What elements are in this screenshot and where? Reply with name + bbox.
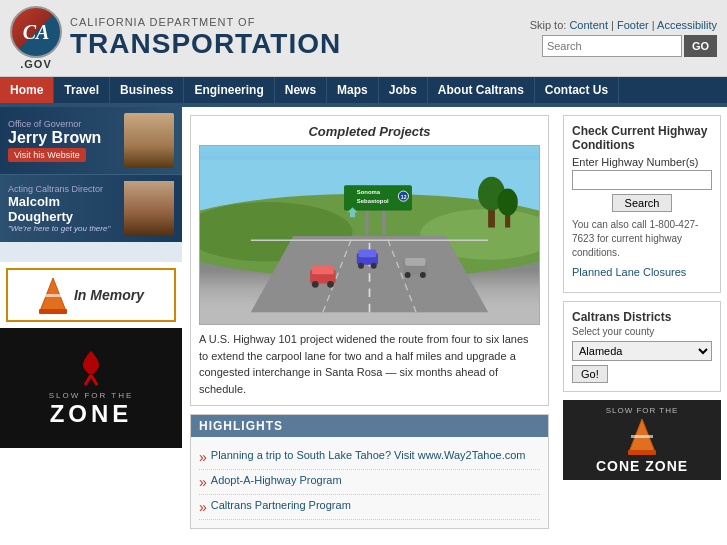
highway-search-button[interactable]: Search	[612, 194, 673, 212]
nav-home[interactable]: Home	[0, 77, 54, 103]
svg-rect-41	[628, 450, 656, 455]
svg-rect-27	[312, 266, 334, 274]
svg-point-29	[327, 281, 334, 288]
svg-rect-1	[42, 294, 64, 297]
governor-visit-button[interactable]: Visit his Website	[8, 148, 86, 162]
svg-rect-40	[631, 435, 653, 438]
highlight-link-3[interactable]: Caltrans Partnering Program	[211, 499, 351, 511]
nav-engineering[interactable]: Engineering	[184, 77, 274, 103]
nav-jobs[interactable]: Jobs	[379, 77, 428, 103]
highlight-item-2: » Adopt-A-Highway Program	[199, 470, 540, 495]
highlight-arrow-2: »	[199, 474, 207, 490]
highlight-item-1: » Planning a trip to South Lake Tahoe? V…	[199, 445, 540, 470]
dot-gov-label: .GOV	[20, 58, 52, 70]
svg-rect-35	[405, 258, 425, 266]
memory-text: In Memory	[74, 287, 144, 303]
governor-photo-inner	[124, 113, 174, 168]
svg-point-36	[405, 272, 411, 278]
governor-banner: Office of Governor Jerry Brown Visit his…	[0, 107, 182, 174]
districts-title: Caltrans Districts	[572, 310, 712, 324]
governor-office-label: Office of Governor	[8, 119, 118, 129]
skip-footer-link[interactable]: Footer	[617, 19, 649, 31]
search-button[interactable]: GO	[684, 35, 717, 57]
svg-point-32	[358, 263, 364, 269]
header: CA .GOV CALIFORNIA DEPARTMENT OF TRANSPO…	[0, 0, 727, 77]
director-name: Malcolm Dougherty	[8, 194, 118, 224]
cone-zone-text: CONE ZONE	[569, 458, 715, 474]
director-text: Acting Caltrans Director Malcolm Dougher…	[8, 184, 118, 233]
svg-text:Sonoma: Sonoma	[357, 189, 381, 195]
header-top-right: Skip to: Content | Footer | Accessibilit…	[530, 19, 717, 57]
search-area: GO	[542, 35, 717, 57]
highlight-link-2[interactable]: Adopt-A-Highway Program	[211, 474, 342, 486]
nav-travel[interactable]: Travel	[54, 77, 110, 103]
svg-rect-31	[358, 250, 376, 258]
highlight-link-1[interactable]: Planning a trip to South Lake Tahoe? Vis…	[211, 449, 526, 461]
skip-accessibility-link[interactable]: Accessibility	[657, 19, 717, 31]
ca-logo-circle: CA	[10, 6, 62, 58]
enter-highway-label: Enter Highway Number(s)	[572, 156, 712, 168]
search-input[interactable]	[542, 35, 682, 57]
svg-point-33	[371, 263, 377, 269]
county-select[interactable]: Alameda	[572, 341, 712, 361]
director-office-label: Acting Caltrans Director	[8, 184, 118, 194]
svg-point-28	[312, 281, 319, 288]
center-content: Completed Projects	[182, 107, 557, 537]
cone-zone-banner: SLOW FOR THE CONE ZONE	[563, 400, 721, 480]
svg-point-37	[420, 272, 426, 278]
highway-phone-note: You can also call 1-800-427-7623 for cur…	[572, 218, 712, 260]
left-sidebar: Office of Governor Jerry Brown Visit his…	[0, 107, 182, 537]
highway-check-box: Check Current Highway Conditions Enter H…	[563, 115, 721, 293]
governor-name: Jerry Brown	[8, 129, 118, 147]
nav-business[interactable]: Business	[110, 77, 184, 103]
nav-about-caltrans[interactable]: About Caltrans	[428, 77, 535, 103]
highlights-header: HIGHLIGHTS	[191, 415, 548, 437]
highlights-box: HIGHLIGHTS » Planning a trip to South La…	[190, 414, 549, 529]
nav-maps[interactable]: Maps	[327, 77, 379, 103]
ca-gov-logo: CA .GOV	[10, 6, 62, 70]
slow-for-text: SLOW FOR THE	[49, 391, 134, 400]
zone-text: ZONE	[50, 400, 133, 428]
director-banner: Acting Caltrans Director Malcolm Dougher…	[0, 174, 182, 242]
svg-rect-2	[39, 309, 67, 314]
svg-text:Sebastopol: Sebastopol	[357, 198, 389, 204]
highway-number-input[interactable]	[572, 170, 712, 190]
highway-check-title: Check Current Highway Conditions	[572, 124, 712, 152]
skip-content-link[interactable]: Content	[569, 19, 608, 31]
highlight-arrow-1: »	[199, 449, 207, 465]
completed-projects-title: Completed Projects	[199, 124, 540, 139]
dept-main: TRANSPORTATION	[70, 28, 341, 60]
governor-photo	[124, 113, 174, 168]
dept-title: CALIFORNIA DEPARTMENT OF TRANSPORTATION	[70, 16, 341, 60]
memory-box[interactable]: In Memory	[6, 268, 176, 322]
director-tagline: "We're here to get you there"	[8, 224, 118, 233]
director-photo-inner	[124, 181, 174, 236]
cone-zone-cone-icon	[627, 417, 657, 455]
project-image: Sonoma Sebastopol 12	[199, 145, 540, 325]
dept-subtitle: CALIFORNIA DEPARTMENT OF	[70, 16, 341, 28]
slow-for-cone-label: SLOW FOR THE	[569, 406, 715, 415]
highlight-item-3: » Caltrans Partnering Program	[199, 495, 540, 520]
completed-projects-box: Completed Projects	[190, 115, 549, 406]
districts-box: Caltrans Districts Select your county Al…	[563, 301, 721, 392]
planned-lane-closures-link[interactable]: Planned Lane Closures	[572, 266, 712, 278]
logo-area: CA .GOV CALIFORNIA DEPARTMENT OF TRANSPO…	[10, 6, 341, 70]
sidebar-spacer	[0, 242, 182, 262]
nav-contact-us[interactable]: Contact Us	[535, 77, 619, 103]
highway-scene-svg: Sonoma Sebastopol 12	[200, 146, 539, 325]
districts-sub-label: Select your county	[572, 326, 712, 337]
main-layout: Office of Governor Jerry Brown Visit his…	[0, 107, 727, 537]
svg-text:12: 12	[401, 194, 407, 200]
right-sidebar: Check Current Highway Conditions Enter H…	[557, 107, 727, 537]
districts-go-button[interactable]: Go!	[572, 365, 608, 383]
aids-zone-box: SLOW FOR THE ZONE	[0, 328, 182, 448]
highlight-arrow-3: »	[199, 499, 207, 515]
governor-text: Office of Governor Jerry Brown Visit his…	[8, 119, 118, 162]
aids-ribbon-icon	[77, 349, 105, 387]
cone-icon	[38, 276, 68, 314]
nav: Home Travel Business Engineering News Ma…	[0, 77, 727, 103]
svg-point-10	[497, 189, 517, 216]
nav-news[interactable]: News	[275, 77, 327, 103]
project-caption: A U.S. Highway 101 project widened the r…	[199, 331, 540, 397]
director-photo	[124, 181, 174, 236]
